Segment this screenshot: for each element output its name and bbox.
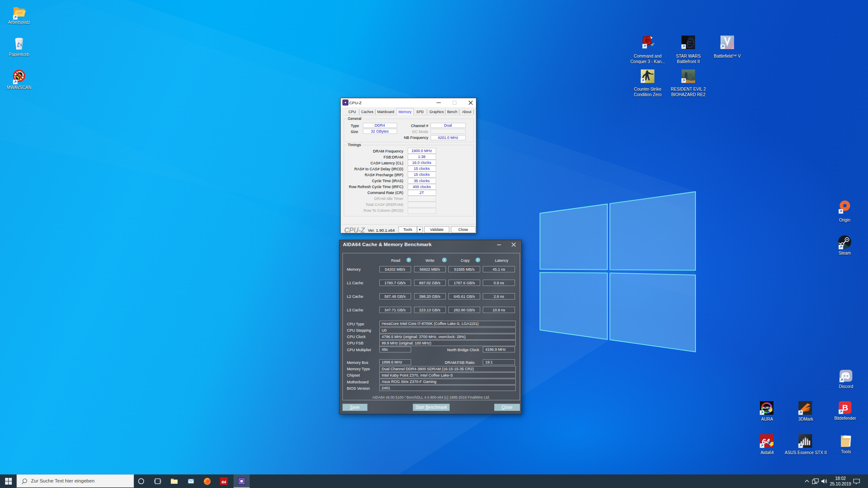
svg-text:64: 64 <box>222 480 226 484</box>
